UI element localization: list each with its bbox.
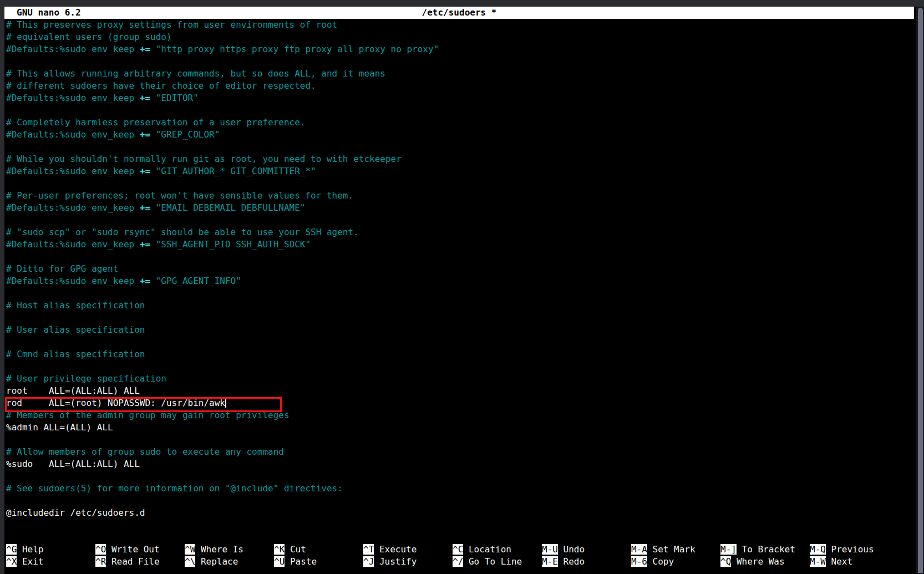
shortcut-key: ^K	[274, 544, 285, 555]
window-top-frame	[0, 0, 924, 7]
shortcut-redo: M-E Redo	[542, 556, 631, 568]
editor-text-segment: +=	[140, 44, 150, 54]
shortcut-key: M-A	[631, 544, 647, 555]
shortcut-paste: ^U Paste	[274, 556, 363, 568]
editor-text-segment: "SSH_AGENT_PID SSH_AUTH_SOCK"	[150, 239, 311, 250]
shortcut-label: Set Mark	[647, 544, 695, 555]
shortcut-next: M-W Next	[810, 556, 899, 568]
editor-line	[4, 104, 916, 116]
shortcut-key: ^T	[363, 544, 374, 555]
editor-line	[4, 55, 916, 68]
shortcut-key: M-6	[631, 556, 647, 567]
shortcut-label: Replace	[195, 556, 238, 567]
editor-line: # This allows running arbitrary commands…	[4, 68, 916, 80]
shortcut-key: M-W	[810, 556, 826, 567]
editor-text-segment: +=	[140, 276, 150, 286]
editor-text-segment: #Defaults:%sudo env_keep	[6, 166, 140, 176]
shortcut-set-mark: M-A Set Mark	[631, 543, 720, 556]
shortcut-go-to-line: ^/ Go To Line	[453, 556, 542, 568]
shortcut-label: Where Is	[195, 544, 243, 555]
editor-line	[4, 336, 916, 348]
shortcut-key: ^Q	[720, 556, 731, 567]
shortcut-label: Undo	[558, 544, 585, 555]
editor-line: #Defaults:%sudo env_keep += "http_proxy …	[4, 43, 916, 55]
editor-text-segment: "GPG_AGENT_INFO"	[150, 276, 241, 286]
editor-text-segment: # This preserves proxy settings from use…	[6, 19, 337, 30]
editor-line: # See sudoers(5) for more information on…	[4, 482, 916, 495]
editor-text-segment: "EMAIL DEBEMAIL DEBFULLNAME"	[150, 202, 305, 213]
editor-line	[4, 360, 916, 373]
editor-text-segment: "http_proxy https_proxy ftp_proxy all_pr…	[150, 44, 439, 54]
editor-line: # Ditto for GPG agent	[4, 263, 916, 275]
shortcut-where-was: ^Q Where Was	[720, 556, 810, 568]
editor-text-segment: +=	[140, 166, 150, 176]
editor-text-area[interactable]: # This preserves proxy settings from use…	[4, 19, 916, 519]
editor-text-segment: "GREP_COLOR"	[150, 129, 220, 140]
shortcut-label: Help	[17, 544, 43, 555]
editor-line: # different sudoers have their choice of…	[4, 80, 916, 92]
shortcut-key: ^O	[95, 544, 106, 555]
shortcut-read-file: ^R Read File	[95, 556, 185, 568]
shortcut-label: To Bracket	[737, 544, 795, 555]
shortcut-location: ^C Location	[453, 543, 542, 556]
editor-line	[4, 312, 916, 324]
shortcut-label: Write Out	[106, 544, 159, 555]
shortcut-key: ^C	[453, 544, 463, 555]
shortcut-key: M-U	[542, 544, 558, 555]
editor-text-segment: +=	[140, 202, 150, 213]
editor-text-segment: # Allow members of group sudo to execute…	[6, 446, 284, 457]
shortcut-exit: ^X Exit	[6, 556, 95, 568]
shortcut-key: ^J	[363, 556, 374, 567]
shortcut-label: Copy	[647, 556, 674, 567]
editor-text-segment: # This allows running arbitrary commands…	[6, 68, 385, 79]
editor-line: # User alias specification	[4, 324, 916, 336]
editor-line	[4, 141, 916, 153]
editor-line: # "sudo scp" or "sudo rsync" should be a…	[4, 226, 916, 238]
shortcut-execute: ^T Execute	[363, 543, 453, 556]
shortcut-label: Next	[826, 556, 852, 567]
shortcut-where-is: ^W Where Is	[185, 543, 274, 556]
shortcut-key: ^U	[274, 556, 285, 567]
window-left-frame	[0, 7, 4, 574]
scrollbar-thumb[interactable]	[918, 8, 923, 573]
editor-text-segment: +=	[140, 239, 150, 250]
editor-text-segment: #Defaults:%sudo env_keep	[6, 44, 140, 54]
shortcut-key: ^W	[185, 544, 195, 555]
editor-text-segment: # "sudo scp" or "sudo rsync" should be a…	[6, 227, 359, 237]
shortcut-cut: ^K Cut	[274, 543, 363, 556]
editor-text-segment: # Per-user preferences; root won't have …	[6, 190, 353, 201]
editor-line: # Allow members of group sudo to execute…	[4, 446, 916, 458]
editor-text-segment: # Completely harmless preservation of a …	[6, 117, 305, 128]
shortcut-label: Justify	[374, 556, 417, 567]
editor-text-segment: # Cmnd alias specification	[6, 349, 145, 359]
shortcut-label: Previous	[826, 544, 874, 555]
editor-line: # Completely harmless preservation of a …	[4, 116, 916, 129]
shortcut-key: ^R	[95, 556, 106, 567]
editor-text-segment: # Host alias specification	[6, 300, 145, 311]
shortcut-label: Location	[463, 544, 511, 555]
shortcut-to-bracket: M-] To Bracket	[720, 543, 810, 556]
shortcut-label: Where Was	[731, 556, 784, 567]
editor-text-segment: %sudo ALL=(ALL:ALL) ALL	[6, 459, 140, 469]
editor-line	[4, 470, 916, 482]
shortcut-key: M-Q	[810, 544, 826, 555]
editor-line: %admin ALL=(ALL) ALL	[4, 421, 916, 434]
shortcut-label: Cut	[285, 544, 306, 555]
shortcut-replace: ^\ Replace	[185, 556, 274, 568]
shortcut-label: Execute	[374, 544, 417, 555]
shortcut-bar: ^G Help^O Write Out^W Where Is^K Cut^T E…	[6, 543, 899, 568]
editor-line: # This preserves proxy settings from use…	[4, 19, 916, 31]
editor-text-segment: # User privilege specification	[6, 373, 166, 384]
editor-line: #Defaults:%sudo env_keep += "EDITOR"	[4, 92, 916, 104]
shortcut-label: Read File	[106, 556, 159, 567]
shortcut-label: Paste	[285, 556, 317, 567]
editor-text-segment: @includedir /etc/sudoers.d	[6, 507, 145, 518]
editor-text-segment: # While you shouldn't normally run git a…	[6, 154, 402, 164]
editor-text-segment: +=	[140, 93, 150, 103]
editor-line: # equivalent users (group sudo)	[4, 31, 916, 43]
editor-line: %sudo ALL=(ALL:ALL) ALL	[4, 458, 916, 470]
editor-text-segment: # User alias specification	[6, 324, 145, 335]
shortcut-copy: M-6 Copy	[631, 556, 720, 568]
terminal-screen: GNU nano 6.2 /etc/sudoers * # This prese…	[0, 0, 924, 574]
editor-line	[4, 251, 916, 263]
